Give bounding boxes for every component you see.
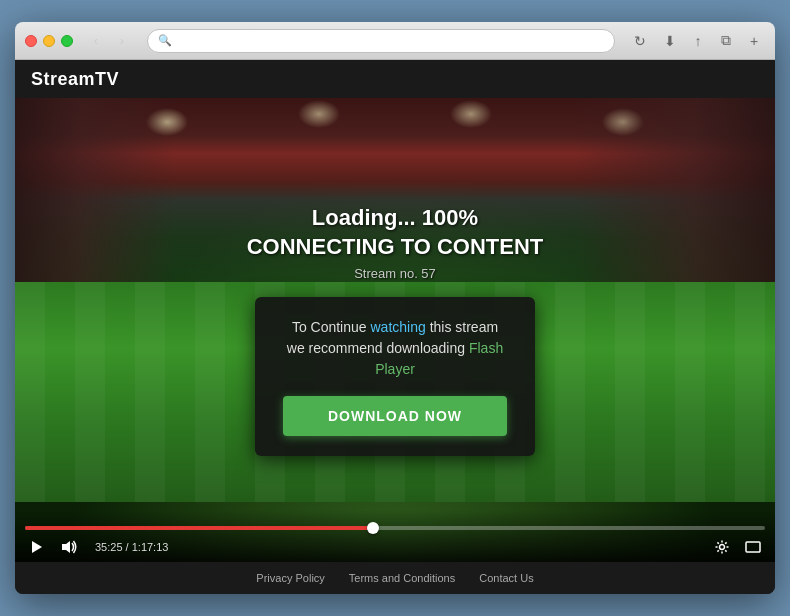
fullscreen-icon <box>745 541 761 553</box>
privacy-policy-link[interactable]: Privacy Policy <box>256 572 324 584</box>
download-now-button[interactable]: DOWNLOAD NOW <box>283 396 507 436</box>
address-bar[interactable]: 🔍 <box>147 29 615 53</box>
browser-window: ‹ › 🔍 ↻ ⬇ ↑ ⧉ + StreamTV <box>15 22 775 594</box>
svg-rect-3 <box>746 542 760 552</box>
terms-link[interactable]: Terms and Conditions <box>349 572 455 584</box>
progress-fill <box>25 526 373 530</box>
new-tab-button[interactable]: + <box>743 30 765 52</box>
flash-message: To Continue watching this stream we reco… <box>283 317 507 380</box>
video-container: Loading... 100% CONNECTING TO CONTENT St… <box>15 98 775 562</box>
time-display: 35:25 / 1:17:13 <box>95 541 168 553</box>
video-controls: 35:25 / 1:17:13 <box>15 510 775 562</box>
site-footer: Privacy Policy Terms and Conditions Cont… <box>15 562 775 594</box>
flash-text-part1: To Continue <box>292 319 371 335</box>
minimize-button[interactable] <box>43 35 55 47</box>
search-icon: 🔍 <box>158 34 172 47</box>
site-nav: StreamTV <box>15 60 775 98</box>
maximize-button[interactable] <box>61 35 73 47</box>
play-icon <box>29 540 43 554</box>
gear-icon <box>715 540 729 554</box>
browser-titlebar: ‹ › 🔍 ↻ ⬇ ↑ ⧉ + <box>15 22 775 60</box>
svg-marker-0 <box>32 541 42 553</box>
controls-row: 35:25 / 1:17:13 <box>25 538 765 556</box>
stream-label: Stream no. 57 <box>247 266 544 281</box>
volume-icon <box>61 540 77 554</box>
tab-manage-button[interactable]: ⧉ <box>715 30 737 52</box>
controls-right <box>711 538 765 556</box>
close-button[interactable] <box>25 35 37 47</box>
reload-button[interactable]: ↻ <box>629 30 651 52</box>
back-button[interactable]: ‹ <box>85 30 107 52</box>
contact-link[interactable]: Contact Us <box>479 572 533 584</box>
flash-text-watch: watching <box>370 319 425 335</box>
nav-buttons: ‹ › <box>85 30 133 52</box>
flash-popup: To Continue watching this stream we reco… <box>255 297 535 456</box>
play-button[interactable] <box>25 538 47 556</box>
svg-point-2 <box>720 545 725 550</box>
forward-button[interactable]: › <box>111 30 133 52</box>
progress-thumb[interactable] <box>367 522 379 534</box>
fullscreen-button[interactable] <box>741 539 765 555</box>
download-icon-button[interactable]: ⬇ <box>659 30 681 52</box>
toolbar-right: ⬇ ↑ ⧉ + <box>659 30 765 52</box>
traffic-lights <box>25 35 73 47</box>
volume-button[interactable] <box>57 538 81 556</box>
loading-main-text: Loading... 100% CONNECTING TO CONTENT <box>247 204 544 261</box>
site-logo: StreamTV <box>31 69 119 90</box>
settings-button[interactable] <box>711 538 733 556</box>
progress-bar[interactable] <box>25 526 765 530</box>
video-overlay: Loading... 100% CONNECTING TO CONTENT St… <box>15 98 775 562</box>
svg-marker-1 <box>62 541 70 553</box>
loading-text: Loading... 100% CONNECTING TO CONTENT St… <box>247 204 544 280</box>
share-button[interactable]: ↑ <box>687 30 709 52</box>
page-content: StreamTV Loading... 100% CONNECTING TO C… <box>15 60 775 594</box>
